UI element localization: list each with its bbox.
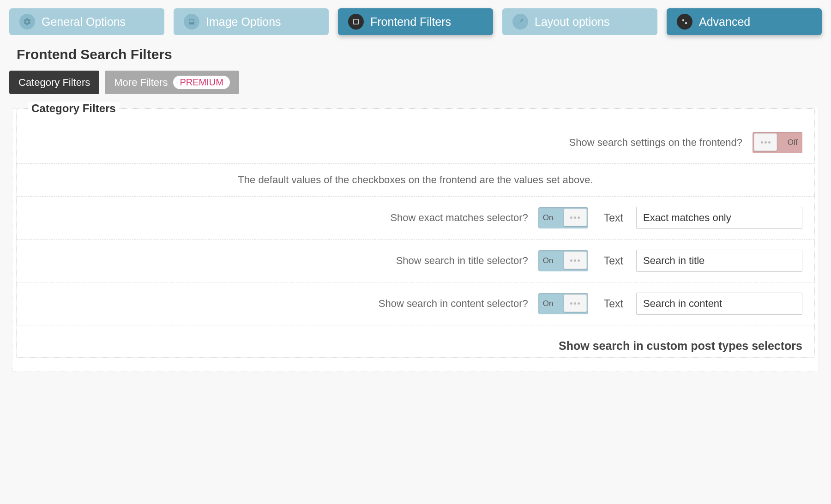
input-search-content-text[interactable] [636, 293, 802, 315]
grip-dots-icon [761, 141, 771, 144]
premium-badge: PREMIUM [173, 76, 229, 89]
grip-dots-icon [570, 216, 580, 219]
toggle-show-frontend[interactable]: Off [753, 132, 802, 153]
tab-label: Image Options [206, 15, 281, 29]
tab-advanced[interactable]: Advanced [667, 8, 822, 35]
row-defaults-note: The default values of the checkboxes on … [17, 164, 814, 197]
section-heading-row: Show search in custom post types selecto… [17, 325, 814, 357]
row-label: Show exact matches selector? [29, 212, 530, 224]
image-icon [184, 14, 199, 30]
row-exact-matches: Show exact matches selector? On Text [17, 197, 814, 240]
top-tabs: General Options Image Options Frontend F… [9, 8, 822, 35]
tab-label: Frontend Filters [370, 15, 451, 29]
defaults-note: The default values of the checkboxes on … [29, 174, 802, 186]
row-label: Show search in content selector? [29, 298, 530, 310]
toggle-search-content[interactable]: On [538, 293, 588, 314]
input-search-title-text[interactable] [636, 250, 802, 272]
page-title: Frontend Search Filters [17, 47, 822, 62]
input-exact-matches-text[interactable] [636, 207, 802, 229]
subtab-label: Category Filters [18, 77, 90, 89]
row-search-title: Show search in title selector? On Text [17, 240, 814, 282]
grip-dots-icon [570, 302, 580, 305]
tab-label: General Options [42, 15, 126, 29]
toggle-handle [564, 209, 587, 226]
square-icon [348, 14, 364, 30]
text-label: Text [604, 212, 623, 224]
row-label: Show search settings on the frontend? [569, 137, 744, 149]
text-label: Text [604, 298, 623, 310]
text-label: Text [604, 255, 623, 267]
category-filters-fieldset: Category Filters Show search settings on… [16, 108, 815, 358]
toggle-state: On [538, 299, 558, 308]
fieldset-legend: Category Filters [28, 102, 120, 115]
subtab-label: More Filters [114, 77, 168, 89]
tab-frontend-filters[interactable]: Frontend Filters [338, 8, 493, 35]
toggle-state: On [538, 256, 558, 265]
main-panel: Category Filters Show search settings on… [12, 108, 819, 372]
gears-icon [677, 14, 692, 30]
grip-dots-icon [570, 259, 580, 262]
tab-layout-options[interactable]: Layout options [502, 8, 657, 35]
tab-label: Layout options [535, 15, 610, 29]
svg-point-2 [685, 22, 687, 24]
toggle-state: Off [783, 138, 802, 147]
tab-label: Advanced [699, 15, 750, 29]
gear-icon [19, 14, 35, 30]
subtab-category-filters[interactable]: Category Filters [9, 71, 99, 94]
tab-general-options[interactable]: General Options [9, 8, 164, 35]
toggle-handle [564, 294, 587, 312]
toggle-state: On [538, 213, 558, 222]
row-show-frontend: Show search settings on the frontend? Of… [17, 122, 814, 164]
svg-rect-0 [354, 19, 359, 24]
svg-point-1 [682, 19, 685, 22]
row-search-content: Show search in content selector? On Text [17, 282, 814, 325]
toggle-handle [754, 133, 777, 151]
subtabs: Category Filters More Filters PREMIUM [9, 71, 822, 94]
toggle-handle [564, 252, 587, 269]
subtab-more-filters[interactable]: More Filters PREMIUM [105, 71, 239, 94]
brush-icon [512, 14, 528, 30]
section-heading-custom-post-types: Show search in custom post types selecto… [559, 339, 802, 352]
row-label: Show search in title selector? [29, 255, 530, 267]
toggle-exact-matches[interactable]: On [538, 207, 588, 228]
toggle-search-title[interactable]: On [538, 250, 588, 271]
tab-image-options[interactable]: Image Options [174, 8, 329, 35]
